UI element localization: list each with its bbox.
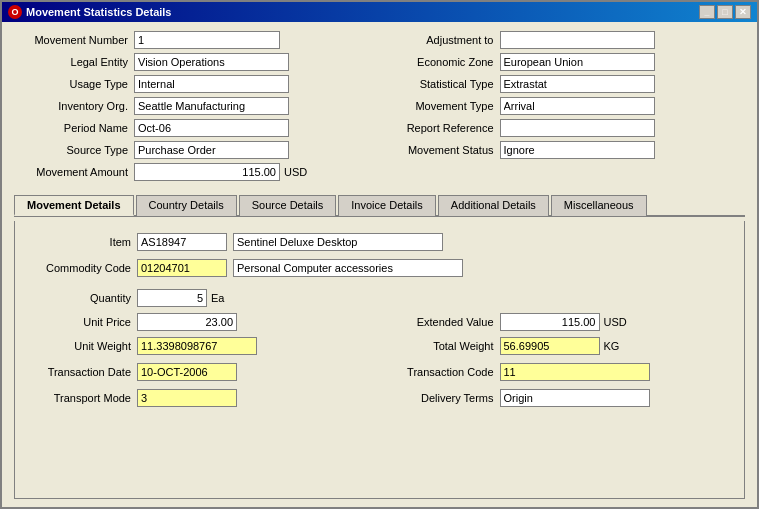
movement-number-label: Movement Number (14, 34, 134, 46)
item-desc-input[interactable] (233, 233, 443, 251)
delivery-terms-input[interactable] (500, 389, 650, 407)
tab-additional-details[interactable]: Additional Details (438, 195, 549, 216)
commodity-desc-input[interactable] (233, 259, 463, 277)
tab-movement-details[interactable]: Movement Details (14, 195, 134, 216)
statistical-type-input[interactable] (500, 75, 655, 93)
title-bar-left: O Movement Statistics Details (8, 5, 172, 19)
window-title: Movement Statistics Details (26, 6, 172, 18)
tab-miscellaneous[interactable]: Miscellaneous (551, 195, 647, 216)
source-type-label: Source Type (14, 144, 134, 156)
legal-entity-input[interactable] (134, 53, 289, 71)
movement-amount-label: Movement Amount (14, 166, 134, 178)
tab-country-details[interactable]: Country Details (136, 195, 237, 216)
quantity-label: Quantity (27, 292, 137, 304)
movement-amount-unit: USD (284, 166, 307, 178)
extended-value-input[interactable] (500, 313, 600, 331)
total-weight-unit: KG (604, 340, 620, 352)
main-window: O Movement Statistics Details _ □ ✕ Move… (0, 0, 759, 509)
transaction-date-label: Transaction Date (27, 366, 137, 378)
tab-invoice-details[interactable]: Invoice Details (338, 195, 436, 216)
period-name-label: Period Name (14, 122, 134, 134)
form-left: Movement Number Legal Entity Usage Type … (14, 30, 370, 184)
inventory-org-input[interactable] (134, 97, 289, 115)
item-label: Item (27, 236, 137, 248)
transaction-date-input[interactable] (137, 363, 237, 381)
transport-mode-label: Transport Mode (27, 392, 137, 404)
adjustment-to-label: Adjustment to (390, 34, 500, 46)
unit-price-label: Unit Price (27, 316, 137, 328)
unit-weight-input[interactable] (137, 337, 257, 355)
movement-type-input[interactable] (500, 97, 655, 115)
quantity-input[interactable] (137, 289, 207, 307)
total-weight-label: Total Weight (380, 340, 500, 352)
title-bar: O Movement Statistics Details _ □ ✕ (2, 2, 757, 22)
minimize-button[interactable]: _ (699, 5, 715, 19)
legal-entity-label: Legal Entity (14, 56, 134, 68)
tab-source-details[interactable]: Source Details (239, 195, 337, 216)
unit-weight-label: Unit Weight (27, 340, 137, 352)
delivery-terms-label: Delivery Terms (380, 392, 500, 404)
movement-amount-input[interactable] (134, 163, 280, 181)
usage-type-label: Usage Type (14, 78, 134, 90)
app-icon: O (8, 5, 22, 19)
statistical-type-label: Statistical Type (390, 78, 500, 90)
unit-price-input[interactable] (137, 313, 237, 331)
source-type-input[interactable] (134, 141, 289, 159)
close-button[interactable]: ✕ (735, 5, 751, 19)
adjustment-to-input[interactable] (500, 31, 655, 49)
commodity-code-label: Commodity Code (27, 262, 137, 274)
movement-number-input[interactable] (134, 31, 280, 49)
movement-status-label: Movement Status (390, 144, 500, 156)
economic-zone-input[interactable] (500, 53, 655, 71)
maximize-button[interactable]: □ (717, 5, 733, 19)
movement-type-label: Movement Type (390, 100, 500, 112)
tab-content-area: Item Commodity Code Quantity Ea (14, 221, 745, 499)
transaction-code-input[interactable] (500, 363, 650, 381)
transaction-code-label: Transaction Code (380, 366, 500, 378)
report-reference-label: Report Reference (390, 122, 500, 134)
quantity-unit: Ea (211, 292, 224, 304)
item-code-input[interactable] (137, 233, 227, 251)
tabs-bar: Movement Details Country Details Source … (14, 194, 745, 217)
period-name-input[interactable] (134, 119, 289, 137)
movement-status-input[interactable] (500, 141, 655, 159)
form-section: Movement Number Legal Entity Usage Type … (14, 30, 745, 184)
form-right: Adjustment to Economic Zone Statistical … (390, 30, 746, 184)
economic-zone-label: Economic Zone (390, 56, 500, 68)
total-weight-input[interactable] (500, 337, 600, 355)
extended-value-unit: USD (604, 316, 627, 328)
transport-mode-input[interactable] (137, 389, 237, 407)
extended-value-label: Extended Value (380, 316, 500, 328)
title-controls: _ □ ✕ (699, 5, 751, 19)
inventory-org-label: Inventory Org. (14, 100, 134, 112)
usage-type-input[interactable] (134, 75, 289, 93)
report-reference-input[interactable] (500, 119, 655, 137)
commodity-code-input[interactable] (137, 259, 227, 277)
main-content: Movement Number Legal Entity Usage Type … (2, 22, 757, 507)
